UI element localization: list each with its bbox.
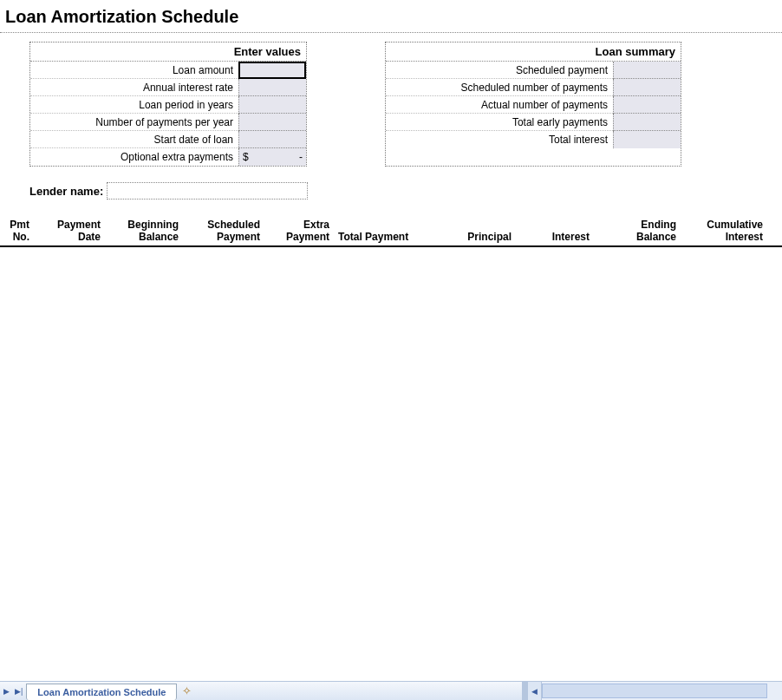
output-scheduled-number [613, 79, 681, 96]
enter-values-header: Enter values [30, 43, 306, 62]
input-panels: Enter values Loan amount Annual interest… [0, 42, 782, 167]
input-start-date[interactable] [238, 131, 306, 148]
col-total-payment: Total Payment [333, 231, 428, 243]
sheet-tab-active[interactable]: Loan Amortization Schedule [26, 684, 177, 700]
label-scheduled-payment: Scheduled payment [386, 62, 613, 79]
currency-value: - [299, 151, 303, 163]
label-loan-period: Loan period in years [30, 96, 238, 114]
row-total-early: Total early payments [386, 114, 681, 131]
sheet-nav-buttons: ▶ ▶| [0, 682, 26, 700]
currency-prefix: $ [243, 151, 249, 163]
output-scheduled-payment [613, 62, 681, 79]
scroll-left-icon[interactable]: ◀ [528, 682, 542, 700]
row-annual-interest: Annual interest rate [30, 79, 306, 96]
col-scheduled-payment: ScheduledPayment [182, 219, 264, 244]
label-actual-number: Actual number of payments [386, 96, 613, 114]
input-payments-per-year[interactable] [238, 114, 306, 131]
lender-row: Lender name: [29, 182, 782, 200]
label-annual-interest: Annual interest rate [30, 79, 238, 96]
col-beginning-balance: BeginningBalance [104, 219, 182, 244]
lender-label: Lender name: [29, 185, 103, 198]
col-cumulative-interest: CumulativeInterest [680, 219, 766, 244]
label-payments-per-year: Number of payments per year [30, 114, 238, 131]
loan-summary-header: Loan summary [386, 43, 681, 62]
col-payment-date: PaymentDate [33, 219, 104, 244]
row-actual-number: Actual number of payments [386, 96, 681, 114]
nav-next-icon[interactable]: ▶ [3, 687, 10, 696]
horizontal-scrollbar: ◀ [522, 682, 782, 700]
title-divider [0, 32, 782, 33]
row-total-interest: Total interest [386, 131, 681, 148]
row-loan-amount: Loan amount [30, 62, 306, 79]
output-actual-number [613, 96, 681, 114]
input-annual-interest[interactable] [238, 79, 306, 96]
label-total-interest: Total interest [386, 131, 613, 148]
row-scheduled-payment: Scheduled payment [386, 62, 681, 79]
row-scheduled-number: Scheduled number of payments [386, 79, 681, 96]
output-total-interest [613, 131, 681, 148]
sheet-tab-bar: ▶ ▶| Loan Amortization Schedule ✧ ◀ [0, 681, 782, 700]
label-total-early: Total early payments [386, 114, 613, 131]
label-loan-amount: Loan amount [30, 62, 238, 79]
col-principal: Principal [428, 231, 515, 243]
input-loan-amount[interactable] [238, 62, 306, 79]
label-start-date: Start date of loan [30, 131, 238, 148]
row-payments-per-year: Number of payments per year [30, 114, 306, 131]
input-lender-name[interactable] [107, 182, 308, 200]
scroll-thumb[interactable] [542, 684, 767, 698]
schedule-header-row: PmtNo. PaymentDate BeginningBalance Sche… [0, 219, 782, 247]
input-extra-payments[interactable]: $ - [238, 148, 306, 166]
col-interest: Interest [515, 231, 593, 243]
row-start-date: Start date of loan [30, 131, 306, 148]
label-scheduled-number: Scheduled number of payments [386, 79, 613, 96]
input-loan-period[interactable] [238, 96, 306, 114]
nav-last-icon[interactable]: ▶| [15, 687, 23, 696]
label-extra-payments: Optional extra payments [30, 148, 238, 166]
row-extra-payments: Optional extra payments $ - [30, 148, 306, 166]
col-extra-payment: ExtraPayment [264, 219, 333, 244]
new-sheet-icon[interactable]: ✧ [182, 685, 192, 697]
row-loan-period: Loan period in years [30, 96, 306, 114]
enter-values-panel: Enter values Loan amount Annual interest… [29, 42, 307, 167]
page-title: Loan Amortization Schedule [0, 0, 782, 30]
col-ending-balance: EndingBalance [593, 219, 680, 244]
output-total-early [613, 114, 681, 131]
col-pmt-no: PmtNo. [2, 219, 33, 244]
loan-summary-panel: Loan summary Scheduled payment Scheduled… [385, 42, 681, 167]
scroll-track[interactable] [542, 682, 782, 700]
